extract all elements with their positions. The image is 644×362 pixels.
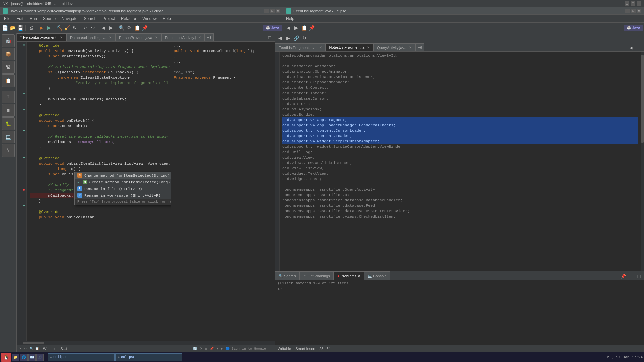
toolbar-more1[interactable]: ⚙ — [125, 24, 133, 32]
sidebar-text-icon[interactable]: T — [2, 90, 15, 103]
sidebar-package-icon[interactable]: 📦 — [2, 48, 15, 60]
autocomplete-item-0[interactable]: M Change method 'onItemSelected(String)'… — [75, 172, 171, 179]
left-win-close[interactable]: ✕ — [276, 9, 280, 13]
right-code-content[interactable]: ooglecode.androidannotations.annotations… — [280, 52, 641, 271]
left-status-pin[interactable]: 📌 — [210, 347, 214, 351]
bottom-tab-console[interactable]: 💻 Console — [364, 272, 390, 280]
taskbar-icon-1[interactable]: 📁 — [12, 354, 19, 361]
left-win-maximize[interactable]: □ — [270, 9, 275, 13]
h-scrollbar[interactable] — [17, 341, 275, 345]
toolbar-open[interactable]: 📂 — [9, 24, 16, 32]
toolbar-save[interactable]: 💾 — [17, 24, 24, 32]
left-status-nav1[interactable]: ◀ — [216, 347, 218, 351]
toolbar-new[interactable]: 📄 — [1, 24, 9, 32]
taskbar-window-1[interactable]: ☕ eclipse — [48, 353, 115, 361]
toolbar-refresh[interactable]: ↻ — [71, 24, 78, 32]
menu-edit[interactable]: Edit — [14, 16, 26, 22]
sidebar-android-icon[interactable]: 🤖 — [2, 34, 15, 47]
tab-overflow-left[interactable]: +8 — [205, 33, 214, 41]
window-controls[interactable]: _ □ ✕ — [625, 1, 641, 6]
toolbar-clean[interactable]: 🧹 — [63, 24, 71, 32]
right-forward-btn[interactable]: ▶ — [284, 34, 292, 42]
sidebar-console-icon[interactable]: 💻 — [2, 131, 15, 143]
right-toolbar-btn3[interactable]: 📋 — [300, 24, 308, 32]
menu-window[interactable]: Window — [140, 16, 159, 22]
right-tab-close-1[interactable]: ✕ — [367, 46, 370, 49]
bottom-tab-problems[interactable]: ● Problems ✕ — [334, 272, 364, 280]
right-editor-pin[interactable]: ◀ — [627, 44, 635, 51]
right-menu-help[interactable]: Help — [286, 16, 294, 21]
taskbar-app-1[interactable]: 🐧 — [1, 353, 11, 362]
taskbar-icon-2[interactable]: 🌐 — [20, 354, 28, 361]
toolbar-build[interactable]: 🔨 — [56, 24, 63, 32]
taskbar-window-2[interactable]: ☕ eclipse — [115, 353, 182, 361]
code-editor[interactable]: @Override public void onAttach(Activity … — [27, 42, 171, 341]
tab-notes-list[interactable]: NotesListFragment.ja ✕ — [326, 43, 374, 51]
tab-close-2[interactable]: ✕ — [155, 36, 158, 39]
left-status-nav2[interactable]: ▶ — [221, 347, 223, 351]
tab-person-list-fragment[interactable]: * PersonListFragment. ✕ — [17, 33, 66, 41]
right-win-close[interactable]: ✕ — [637, 9, 641, 13]
tab-person-provider[interactable]: PersonProvider.java ✕ — [115, 33, 161, 41]
sidebar-layout-icon[interactable]: ⊞ — [2, 104, 15, 117]
sidebar-git-icon[interactable]: ⑂ — [2, 144, 15, 157]
right-tab-close-0[interactable]: ✕ — [319, 46, 322, 49]
sidebar-hierarchy-icon[interactable]: 🏗 — [2, 61, 15, 74]
right-vscrollbar[interactable] — [641, 52, 644, 271]
taskbar-icon-4[interactable]: 🎵 — [36, 354, 44, 361]
toolbar-print[interactable]: 🖨 — [27, 24, 35, 32]
toolbar-debug[interactable]: ▶ — [38, 24, 45, 32]
tab-database-handler[interactable]: DatabaseHandler.java ✕ — [66, 33, 115, 41]
menu-source[interactable]: Source — [40, 16, 58, 22]
toolbar-search[interactable]: 🔍 — [118, 24, 125, 32]
toolbar-more3[interactable]: 📌 — [141, 24, 148, 32]
status-icon-1[interactable]: ⚑ — [19, 347, 21, 351]
right-sync-btn[interactable]: 🔗 — [292, 34, 300, 42]
autocomplete-item-3[interactable]: R Rename in workspace (Shift+Alt+R) — [75, 192, 171, 199]
bottom-max-btn[interactable]: □ — [635, 273, 643, 280]
tab-person-list-activity[interactable]: PersonListActivity.j ✕ — [161, 33, 205, 41]
close-button[interactable]: ✕ — [637, 1, 641, 6]
toolbar-undo[interactable]: ↩ — [82, 24, 89, 32]
h-scrollbar-thumb[interactable] — [23, 342, 44, 344]
tab-close-problems[interactable]: ✕ — [358, 274, 360, 278]
tab-feed-list[interactable]: FeedListFragment.java ✕ — [275, 43, 326, 51]
status-icon-2[interactable]: ↩ — [23, 347, 25, 351]
right-toolbar-btn2[interactable]: ▶ — [292, 24, 300, 32]
left-status-google[interactable]: 🔵 Sign in to Google... — [226, 347, 272, 351]
tab-query-activity[interactable]: QueryActivity.java ✕ — [373, 43, 415, 51]
taskbar-icon-3[interactable]: 📧 — [28, 354, 36, 361]
right-back-btn[interactable]: ◀ — [276, 34, 284, 42]
right-refresh-btn[interactable]: ↻ — [301, 34, 308, 42]
menu-refactor[interactable]: Refactor — [118, 16, 139, 22]
toolbar-more2[interactable]: 📋 — [133, 24, 141, 32]
right-toolbar-btn4[interactable]: 📌 — [308, 24, 315, 32]
right-win-maximize[interactable]: □ — [631, 9, 636, 13]
editor-maximize-btn[interactable]: □ — [266, 34, 273, 41]
status-icon-5[interactable]: 📋 — [35, 347, 39, 351]
right-editor-expand[interactable]: □ — [635, 44, 643, 51]
menu-project[interactable]: Project — [100, 16, 117, 22]
right-toolbar-btn1[interactable]: ◀ — [285, 24, 292, 32]
status-icon-4[interactable]: 🔍 — [30, 347, 34, 351]
minimize-button[interactable]: _ — [625, 1, 629, 6]
toolbar-run[interactable]: ▶ — [45, 24, 53, 32]
bottom-pin-btn[interactable]: 📌 — [619, 273, 627, 280]
toolbar-prev-edit[interactable]: ▶ — [107, 24, 115, 32]
toolbar-redo[interactable]: ↪ — [89, 24, 97, 32]
tab-close-0[interactable]: ✕ — [60, 36, 63, 39]
left-status-sync[interactable]: 🔄 — [193, 347, 197, 351]
menu-help[interactable]: Help — [160, 16, 174, 22]
menu-search[interactable]: Search — [81, 16, 99, 22]
autocomplete-item-1[interactable]: ● M Create method 'onItemSelected(long)'… — [75, 179, 171, 185]
menu-navigate[interactable]: Navigate — [59, 16, 80, 22]
menu-run[interactable]: Run — [27, 16, 40, 22]
right-tab-close-2[interactable]: ✕ — [409, 46, 412, 49]
tab-close-3[interactable]: ✕ — [198, 36, 201, 39]
tab-overflow-right[interactable]: +6 — [415, 43, 424, 51]
bottom-tab-lint[interactable]: ⚠ Lint Warnings — [300, 272, 334, 280]
autocomplete-item-2[interactable]: R Rename in file (Ctrl+2 R) — [75, 185, 171, 192]
status-icon-3[interactable]: ↪ — [26, 347, 28, 351]
menu-file[interactable]: File — [1, 16, 13, 22]
left-status-more[interactable]: ⊞ — [205, 347, 207, 351]
